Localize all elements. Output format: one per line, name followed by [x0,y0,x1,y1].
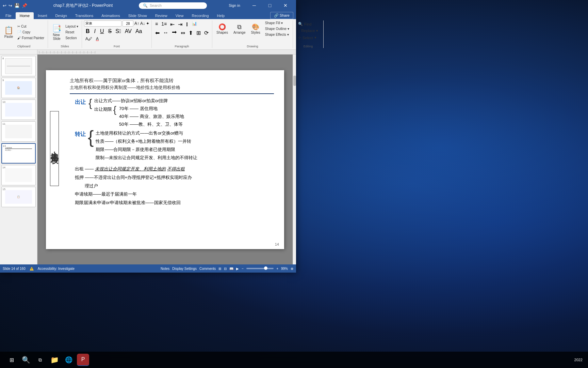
shape-fill-button[interactable]: Shape Fill ▾ [264,20,291,26]
arrange-button[interactable]: ⧉ Arrange [231,22,248,36]
tab-animations[interactable]: Animations [97,12,124,19]
shadow-button[interactable]: S⃤ [114,28,122,35]
decrease-indent-button[interactable]: ⇤ [169,20,176,28]
slide-sorter-button[interactable]: ⊟ [224,267,227,271]
case-button[interactable]: Aa [134,28,144,35]
fit-slide-button[interactable]: ⊕ [291,267,293,271]
slide-thumb-14[interactable]: 14 [1,165,36,185]
search-taskbar-button[interactable]: 🔍 [20,354,32,366]
start-button[interactable]: ⊞ [5,354,18,366]
slide-thumb-8[interactable]: 8 [1,56,36,76]
convert-smartart-button[interactable]: ⟳ [203,29,210,37]
status-bar-right: Notes Display Settings Comments ⊞ ⊟ 📖 ▶ … [161,267,293,271]
zoom-thumb[interactable] [264,266,267,270]
format-painter-button[interactable]: 🖌 Format Painter [16,35,46,41]
redo-icon[interactable]: ↪ [9,3,12,8]
reset-button[interactable]: Reset [64,30,80,35]
sign-in-button[interactable]: Sign in [223,0,246,11]
copy-button[interactable]: 📄 Copy [16,30,46,35]
normal-view-button[interactable]: ⊞ [218,267,221,271]
section-button[interactable]: Section [64,35,80,41]
grant-method: 出让方式——协议or招标or拍卖or挂牌 [94,97,184,105]
justify-button[interactable]: ⇔ [179,29,186,37]
status-bar: Slide 14 of 160 ⚠️ Accessibility: Invest… [0,264,296,273]
edge-icon[interactable]: 🌐 [63,354,75,366]
align-text-button[interactable]: ⊞ [195,29,202,37]
font-size-input[interactable] [122,20,133,27]
text-direction-button[interactable]: ⬆ [187,29,194,37]
slide-thumb-13[interactable]: 13 土地所有权 出让/转让... [1,143,36,164]
notes-button[interactable]: Notes [161,267,169,271]
layout-button[interactable]: Layout ▾ [64,24,80,29]
shape-outline-button[interactable]: Shape Outline ▾ [264,26,291,31]
shape-effects-button[interactable]: Shape Effects ▾ [264,32,291,37]
select-button[interactable]: ⊹ Select ▾ [296,35,320,41]
save-icon[interactable]: 💾 [14,3,20,8]
font-family-input[interactable] [84,20,121,27]
shape-controls: Shape Fill ▾ Shape Outline ▾ Shape Effec… [264,20,291,37]
maximize-button[interactable]: □ [262,0,278,11]
slide-thumb-10[interactable]: 10 [1,99,36,120]
numbering-button[interactable]: 1≡ [160,20,168,28]
task-view-button[interactable]: ⧉ [34,354,46,366]
share-button[interactable]: 🔗 Share [270,12,293,19]
tab-transitions[interactable]: Transitions [71,12,97,19]
tab-home[interactable]: Home [16,12,34,19]
zoom-out-button[interactable]: − [242,267,244,271]
display-settings-button[interactable]: Display Settings [172,267,197,271]
tab-review[interactable]: Review [151,12,172,19]
cut-button[interactable]: ✂ Cut [16,24,46,29]
paste-button[interactable]: 📋 Paste [2,25,15,40]
align-center-button[interactable]: ↔ [162,29,170,37]
increase-indent-button[interactable]: ⇥ [177,20,184,28]
tab-file[interactable]: File [1,12,16,19]
styles-button[interactable]: 🎨 Styles [249,22,262,36]
zoom-level[interactable]: 99% [281,267,288,271]
tab-help[interactable]: Help [213,12,229,19]
undo-icon[interactable]: ↩ [3,3,6,8]
replace-button[interactable]: ↕ Replace ▾ [296,28,320,34]
tab-slideshow[interactable]: Slide Show [124,12,151,19]
minimize-button[interactable]: ─ [246,0,262,11]
close-button[interactable]: ✕ [278,0,293,11]
search-bar[interactable]: 🔍 Search [139,2,207,9]
columns-button[interactable]: ⫿ [184,20,190,28]
shapes-button[interactable]: ⭕ Shapes [214,22,230,36]
smart-art-button[interactable]: 📊 [191,20,198,28]
slide-show-button[interactable]: ▶ [236,267,239,271]
zoom-in-button[interactable]: + [276,267,278,271]
reading-view-button[interactable]: 📖 [229,267,233,271]
font-shrink-icon[interactable]: A↓ [140,21,145,26]
right-scrollbar[interactable] [293,55,296,264]
char-spacing-button[interactable]: AV [124,28,133,35]
align-left-button[interactable]: ⬅ [154,29,161,37]
file-explorer-icon[interactable]: 📁 [48,354,61,366]
bold-button[interactable]: B [84,28,92,35]
slide-canvas[interactable]: 土地所有权——属于国家or集体，所有权不能流转 土地所有权和使用权分离制度——地… [46,70,284,249]
new-slide-button[interactable]: 📑 NewSlide [50,23,63,42]
tab-recording[interactable]: Recording [187,12,213,19]
align-right-button[interactable]: ⮕ [170,29,179,37]
underline-button[interactable]: U [98,28,106,35]
strikethrough-button[interactable]: S [107,28,113,35]
font-color-button[interactable]: A [95,36,100,42]
italic-button[interactable]: I [93,28,97,35]
tab-insert[interactable]: Insert [34,12,51,19]
bullets-button[interactable]: ≡ [154,20,159,28]
zoom-slider[interactable] [246,268,274,269]
pin-icon[interactable]: 📌 [22,3,27,8]
find-button[interactable]: 🔍 Find [296,21,320,27]
scroll-thumb[interactable] [293,76,296,86]
highlight-button[interactable]: A🖊 [84,36,94,42]
taskbar-clock: 2022 [574,358,583,362]
tab-design[interactable]: Design [51,12,71,19]
slide-thumb-15[interactable]: 15 📋 [1,187,36,207]
accessibility-icon[interactable]: ⚠️ [30,267,34,271]
clear-format-icon[interactable]: ✦ [146,21,149,26]
font-grow-icon[interactable]: A↑ [134,21,139,26]
comments-button[interactable]: Comments [199,267,216,271]
slide-thumb-11[interactable]: 11 [1,121,36,142]
tab-view[interactable]: View [172,12,188,19]
slide-thumb-9[interactable]: 9 🏠 [1,78,36,98]
ppt-taskbar-icon[interactable]: P [77,354,89,366]
